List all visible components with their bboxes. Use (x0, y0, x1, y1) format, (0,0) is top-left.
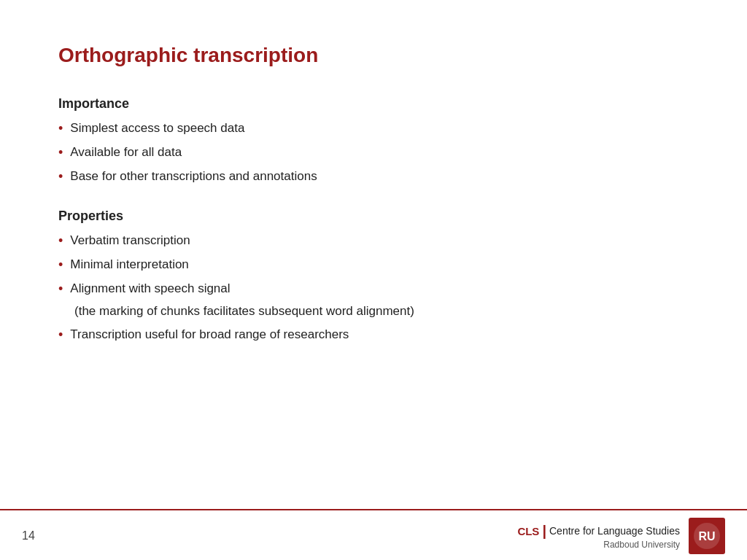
cls-logo: CLS | Centre for Language Studies Radbou… (517, 523, 680, 550)
footer-right: CLS | Centre for Language Studies Radbou… (517, 518, 725, 554)
bullet-icon: • (58, 231, 63, 251)
list-item: • Base for other transcriptions and anno… (58, 167, 689, 187)
cls-label: CLS (517, 525, 539, 537)
bullet-icon: • (58, 255, 63, 275)
list-item: • Alignment with speech signal (58, 279, 689, 299)
slide-title: Orthographic transcription (58, 44, 689, 67)
importance-item-1: Simplest access to speech data (70, 119, 244, 138)
alignment-subtext: (the marking of chunks facilitates subse… (58, 302, 689, 321)
list-item: • Available for all data (58, 143, 689, 163)
footer-content: 14 CLS | Centre for Language Studies Rad… (0, 510, 747, 554)
importance-item-2: Available for all data (70, 143, 182, 162)
importance-heading: Importance (58, 96, 689, 112)
properties-item-1: Verbatim transcription (70, 231, 190, 250)
list-item: • Minimal interpretation (58, 255, 689, 275)
slide: Orthographic transcription Importance • … (0, 0, 747, 560)
list-item: • Verbatim transcription (58, 231, 689, 251)
properties-section: Properties • Verbatim transcription • Mi… (58, 209, 689, 345)
properties-item-3: Alignment with speech signal (70, 279, 230, 298)
footer: 14 CLS | Centre for Language Studies Rad… (0, 509, 747, 560)
bullet-icon: • (58, 279, 63, 299)
properties-heading: Properties (58, 209, 689, 224)
importance-item-3: Base for other transcriptions and annota… (70, 167, 317, 186)
svg-text:RU: RU (698, 530, 715, 542)
bullet-icon: • (58, 143, 63, 163)
properties-item-4: Transcription useful for broad range of … (70, 325, 349, 344)
radboud-label: Radboud University (603, 540, 680, 550)
importance-list: • Simplest access to speech data • Avail… (58, 119, 689, 187)
bullet-icon: • (58, 325, 63, 345)
radboud-logo: RU (689, 518, 725, 554)
properties-list: • Verbatim transcription • Minimal inter… (58, 231, 689, 345)
cls-full-label: Centre for Language Studies (549, 525, 680, 537)
properties-item-2: Minimal interpretation (70, 255, 189, 274)
bullet-icon: • (58, 167, 63, 187)
cls-separator: | (542, 523, 546, 540)
list-item: • Transcription useful for broad range o… (58, 325, 689, 345)
importance-section: Importance • Simplest access to speech d… (58, 96, 689, 187)
slide-number: 14 (22, 529, 35, 542)
list-item: • Simplest access to speech data (58, 119, 689, 139)
bullet-icon: • (58, 119, 63, 139)
